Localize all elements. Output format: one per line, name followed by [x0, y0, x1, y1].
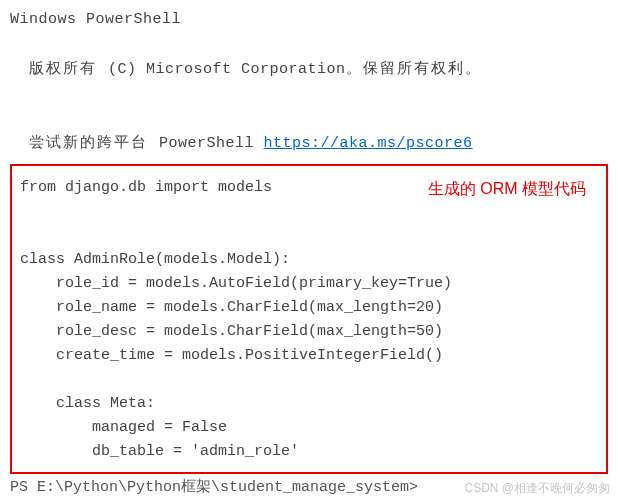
ps-title: Windows PowerShell — [10, 8, 608, 32]
annotation-label: 生成的 ORM 模型代码 — [428, 176, 586, 202]
try-mid: PowerShell — [159, 135, 264, 152]
code-line: role_id = models.AutoField(primary_key=T… — [20, 272, 598, 296]
copyright-suffix: 。保留所有权利。 — [346, 59, 482, 77]
ps-copyright: 版权所有 (C) Microsoft Corporation。保留所有权利。 — [10, 32, 608, 82]
code-line: role_desc = models.CharField(max_length=… — [20, 320, 598, 344]
code-line: managed = False — [20, 416, 598, 440]
blank-line — [20, 200, 598, 224]
code-highlight-box: 生成的 ORM 模型代码 from django.db import model… — [10, 164, 608, 474]
try-prefix: 尝试新的跨平台 — [29, 133, 159, 151]
code-line: class Meta: — [20, 392, 598, 416]
code-line: db_table = 'admin_role' — [20, 440, 598, 464]
ps-try-line: 尝试新的跨平台 PowerShell https://aka.ms/pscore… — [10, 106, 608, 156]
blank-line — [20, 368, 598, 392]
blank-line — [10, 82, 608, 106]
blank-line — [20, 224, 598, 248]
watermark: CSDN @相逢不晚何必匆匆 — [464, 479, 610, 498]
pscore-link[interactable]: https://aka.ms/pscore6 — [264, 135, 473, 152]
code-line: role_name = models.CharField(max_length=… — [20, 296, 598, 320]
code-line: create_time = models.PositiveIntegerFiel… — [20, 344, 598, 368]
copyright-mid: (C) Microsoft Corporation — [108, 61, 346, 78]
code-line: class AdminRole(models.Model): — [20, 248, 598, 272]
copyright-prefix: 版权所有 — [29, 59, 108, 77]
